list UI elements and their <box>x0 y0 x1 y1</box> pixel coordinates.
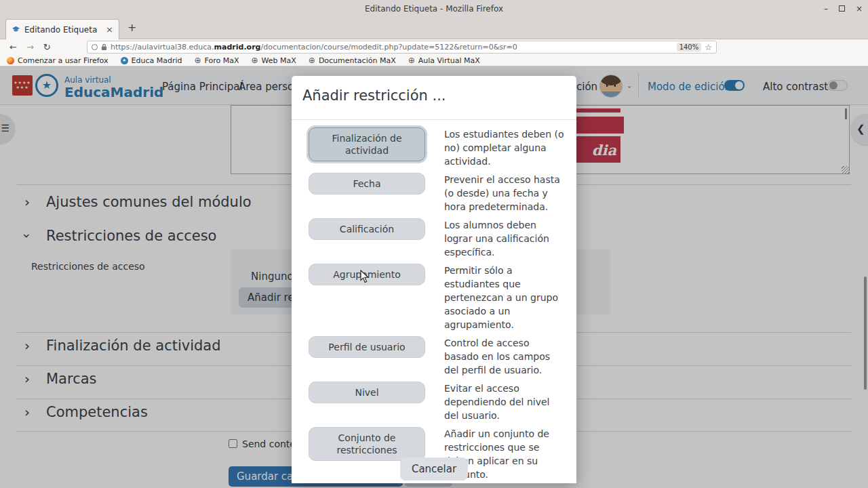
forward-icon[interactable]: → <box>26 42 34 52</box>
site-info-icon[interactable] <box>92 44 98 50</box>
globe-icon: ⊕ <box>252 57 258 64</box>
minimize-icon[interactable]: – <box>824 4 828 14</box>
tab-title: Editando Etiqueta <box>24 25 102 35</box>
tab-strip: Editando Etiqueta × + <box>0 17 868 39</box>
restriction-button-grade[interactable]: Calificación <box>309 218 425 240</box>
close-icon[interactable]: × <box>856 4 863 14</box>
maximize-icon[interactable] <box>839 5 845 12</box>
bookmark-foro-max[interactable]: ⊕Foro MaX <box>194 56 239 65</box>
globe-icon: ⊕ <box>194 57 201 64</box>
bookmark-documentacion-max[interactable]: ⊕Documentación MaX <box>309 56 396 65</box>
restriction-row: Perfil de usuario Control de acceso basa… <box>309 336 566 377</box>
padlock-icon <box>101 43 107 51</box>
new-tab-button[interactable]: + <box>127 21 136 34</box>
modal-footer: Cancelar <box>292 458 576 481</box>
zoom-level-badge[interactable]: 140% <box>677 43 702 52</box>
url-input[interactable]: https://aulavirtual38.educa.madrid.org/d… <box>87 41 717 54</box>
reload-icon[interactable]: ↻ <box>43 42 51 52</box>
tab-close-icon[interactable]: × <box>106 24 113 35</box>
restriction-description: Prevenir el acceso hasta (o desde) una f… <box>444 173 566 214</box>
tab-favicon-icon <box>12 25 20 34</box>
educa-madrid-icon: ★ <box>121 57 128 64</box>
globe-icon: ⊕ <box>309 57 315 64</box>
restriction-button-user-profile[interactable]: Perfil de usuario <box>309 336 425 358</box>
firefox-icon <box>7 57 14 64</box>
bookmark-star-icon[interactable]: ☆ <box>705 43 712 52</box>
restriction-button-restriction-set[interactable]: Conjunto de restricciones <box>309 427 425 461</box>
restriction-row: Fecha Prevenir el acceso hasta (o desde)… <box>309 173 566 214</box>
restriction-description: Evitar el acceso dependiendo del nivel d… <box>444 382 566 422</box>
url-text: https://aulavirtual38.educa.madrid.org/d… <box>111 43 673 52</box>
restriction-row: Agrupamiento Permitir sólo a estudiantes… <box>309 264 566 331</box>
restriction-row: Finalización de actividad Los estudiante… <box>309 127 566 168</box>
restriction-row: Calificación Los alumnos deben lograr un… <box>309 218 566 259</box>
bookmark-aula-virtual-max[interactable]: ⊕Aula Virtual MaX <box>408 56 480 65</box>
restriction-description: Permitir sólo a estudiantes que pertenez… <box>444 264 566 331</box>
browser-tab[interactable]: Editando Etiqueta × <box>5 19 119 39</box>
bookmarks-bar: Comenzar a usar Firefox ★Educa Madrid ⊕F… <box>0 55 868 66</box>
back-icon[interactable]: ← <box>9 42 17 52</box>
globe-icon: ⊕ <box>408 57 415 64</box>
restriction-button-activity-completion[interactable]: Finalización de actividad <box>309 127 425 161</box>
mouse-cursor <box>360 270 370 284</box>
restriction-description: Control de acceso basado en los campos d… <box>444 336 566 377</box>
add-restriction-modal: Añadir restricción ... Finalización de a… <box>292 76 576 483</box>
bookmark-educa-madrid[interactable]: ★Educa Madrid <box>121 56 182 65</box>
url-toolbar: ← → ↻ https://aulavirtual38.educa.madrid… <box>0 39 868 55</box>
restriction-button-date[interactable]: Fecha <box>309 173 425 195</box>
modal-header: Añadir restricción ... <box>292 76 576 120</box>
window-title: Editando Etiqueta - Mozilla Firefox <box>365 4 503 14</box>
restriction-description: Los estudiantes deben (o no) completar a… <box>444 127 566 168</box>
window-titlebar: Editando Etiqueta - Mozilla Firefox – × <box>0 0 868 17</box>
modal-body: Finalización de actividad Los estudiante… <box>309 127 566 486</box>
restriction-description: Los alumnos deben lograr una calificació… <box>444 218 566 259</box>
bookmark-firefox[interactable]: Comenzar a usar Firefox <box>7 56 108 65</box>
restriction-row: Nivel Evitar el acceso dependiendo del n… <box>309 382 566 422</box>
modal-cancel-button[interactable]: Cancelar <box>400 458 468 481</box>
restriction-button-level[interactable]: Nivel <box>309 382 425 403</box>
bookmark-web-max[interactable]: ⊕Web MaX <box>252 56 296 65</box>
modal-title: Añadir restricción ... <box>302 87 566 104</box>
